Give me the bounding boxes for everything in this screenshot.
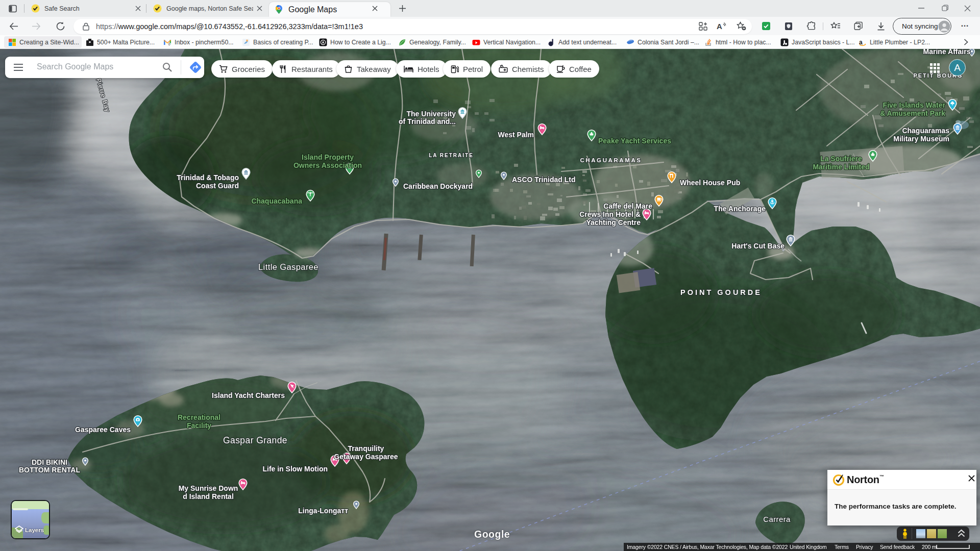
- svg-text:A: A: [717, 22, 722, 31]
- svg-text:Island Yacht Charters: Island Yacht Charters: [212, 391, 285, 399]
- svg-text:Hart's Cut Base: Hart's Cut Base: [731, 242, 785, 250]
- svg-text:Carrera: Carrera: [763, 515, 791, 523]
- svg-text:Five Islands Water: Five Islands Water: [883, 101, 946, 109]
- svg-text:Maritime Limited: Maritime Limited: [813, 163, 869, 171]
- svg-text:Gasparee Caves: Gasparee Caves: [75, 425, 131, 434]
- svg-text:La Soufriere: La Soufriere: [820, 155, 862, 163]
- svg-text:Owners Association: Owners Association: [293, 161, 362, 169]
- svg-text:Life in Slow Motion: Life in Slow Motion: [262, 465, 328, 473]
- svg-text:0: 0: [168, 42, 170, 46]
- svg-text:Caribbean Dockyard: Caribbean Dockyard: [403, 182, 473, 190]
- svg-text:Chaquacabana: Chaquacabana: [251, 197, 302, 205]
- svg-text:My Sunrise Down: My Sunrise Down: [179, 484, 238, 492]
- svg-text:Wheel House Pub: Wheel House Pub: [680, 179, 740, 187]
- svg-text:Getaway Gasparee: Getaway Gasparee: [334, 453, 398, 461]
- svg-text:Facility: Facility: [187, 421, 211, 430]
- svg-text:& Amusement Park: & Amusement Park: [880, 109, 945, 117]
- svg-text:Linga-Longaтт: Linga-Longaтт: [298, 507, 348, 515]
- svg-text:BOTTOM RENTAL: BOTTOM RENTAL: [19, 466, 80, 474]
- svg-text:Caffe del Mare: Caffe del Mare: [603, 202, 652, 210]
- svg-text:of Trinidad and...: of Trinidad and...: [399, 117, 456, 126]
- svg-text:The University: The University: [407, 110, 456, 118]
- svg-text:Chaguaramas: Chaguaramas: [902, 127, 949, 135]
- svg-text:LA RETRAITE: LA RETRAITE: [429, 153, 474, 158]
- svg-text:The Anchorage: The Anchorage: [714, 205, 766, 213]
- svg-text:Peake Yacht Services: Peake Yacht Services: [598, 137, 671, 145]
- svg-text:Island Property: Island Property: [302, 153, 354, 161]
- svg-text:Yachting Centre: Yachting Centre: [586, 218, 641, 227]
- svg-text:ASCO Trinidad Ltd: ASCO Trinidad Ltd: [512, 176, 575, 184]
- svg-text:Gaspar Grande: Gaspar Grande: [223, 435, 287, 445]
- svg-text:Military Museum: Military Museum: [893, 135, 949, 143]
- svg-text:Crews Inn Hotel &: Crews Inn Hotel &: [579, 210, 641, 218]
- svg-text:Coast Guard: Coast Guard: [196, 182, 239, 190]
- svg-text:CHAGUARAMAS: CHAGUARAMAS: [580, 157, 642, 163]
- svg-text:Recreational: Recreational: [178, 413, 220, 421]
- svg-text:DDI BIKINI: DDI BIKINI: [32, 458, 67, 466]
- svg-text:Marine Affairs: Marine Affairs: [923, 49, 971, 56]
- svg-text:d Island Rental: d Island Rental: [183, 492, 234, 500]
- svg-text:POINT GOURDE: POINT GOURDE: [680, 288, 762, 296]
- svg-text:Trinidad & Tobago: Trinidad & Tobago: [177, 173, 239, 182]
- svg-text:Tranquility: Tranquility: [348, 444, 384, 453]
- svg-text:Little Gasparee: Little Gasparee: [258, 262, 318, 271]
- svg-text:West Palm: West Palm: [498, 131, 534, 139]
